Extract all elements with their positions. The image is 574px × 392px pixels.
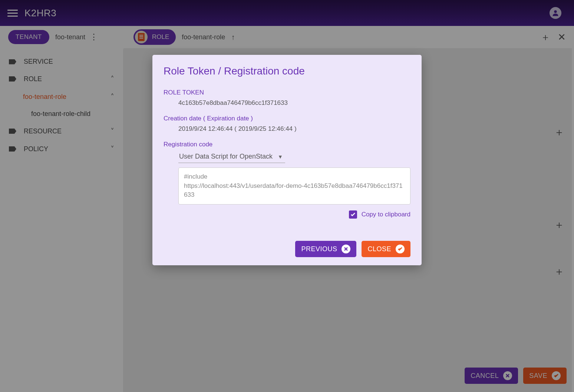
reg-code-type-dropdown[interactable]: User Data Script for OpenStack ▼ <box>178 151 285 163</box>
modal-overlay[interactable]: Role Token / Registration code ROLE TOKE… <box>0 0 574 392</box>
cancel-circle-icon <box>342 245 350 253</box>
clipboard-icon[interactable] <box>349 210 357 219</box>
button-label: CLOSE <box>367 245 391 253</box>
modal-title: Role Token / Registration code <box>164 65 410 77</box>
previous-button[interactable]: PREVIOUS <box>295 241 356 257</box>
copy-to-clipboard-label[interactable]: Copy to clipboard <box>362 211 410 218</box>
dropdown-value: User Data Script for OpenStack <box>179 153 273 160</box>
registration-code-box[interactable]: #include https://localhost:443/v1/userda… <box>178 167 410 205</box>
button-label: PREVIOUS <box>301 245 337 253</box>
registration-code-label: Registration code <box>164 141 410 148</box>
check-circle-icon <box>396 245 405 253</box>
dropdown-arrow-icon: ▼ <box>278 154 283 160</box>
dates-label: Creation date ( Expiration date ) <box>164 115 410 122</box>
role-token-modal: Role Token / Registration code ROLE TOKE… <box>152 55 422 265</box>
role-token-label: ROLE TOKEN <box>164 89 410 96</box>
close-button[interactable]: CLOSE <box>362 241 410 257</box>
role-token-value: 4c163b57e8dbaa746479b6cc1f371633 <box>164 99 410 107</box>
dates-value: 2019/9/24 12:46:44 ( 2019/9/25 12:46:44 … <box>164 125 410 133</box>
